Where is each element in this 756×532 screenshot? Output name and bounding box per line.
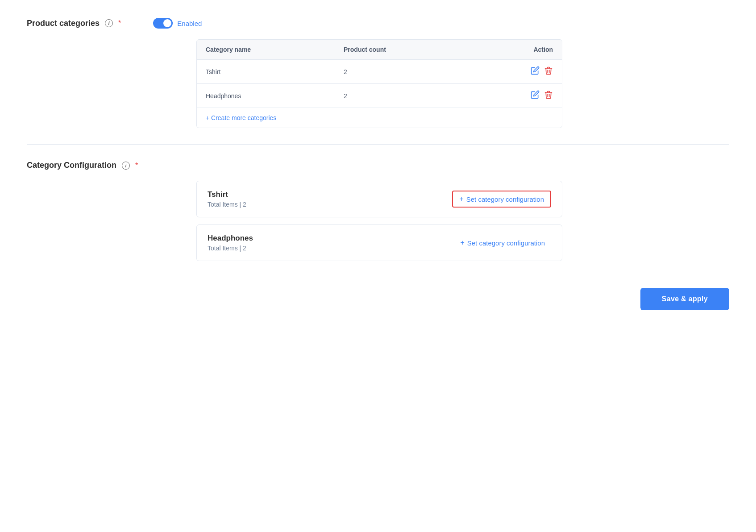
col-header-name: Category name	[206, 46, 344, 53]
config-card-headphones: Headphones Total Items | 2 + Set categor…	[196, 224, 562, 261]
edit-headphones-icon[interactable]	[531, 90, 540, 101]
product-categories-info-icon[interactable]: i	[105, 19, 113, 27]
plus-icon-headphones: +	[460, 239, 464, 247]
category-config-info-icon[interactable]: i	[122, 162, 130, 170]
config-card-tshirt-meta: Total Items | 2	[208, 201, 246, 208]
table-row: Tshirt 2	[197, 60, 562, 84]
create-more-link[interactable]: + Create more categories	[197, 108, 562, 128]
category-configuration-title: Category Configuration	[27, 161, 116, 170]
plus-icon-tshirt: +	[459, 195, 463, 203]
set-config-headphones-button[interactable]: + Set category configuration	[454, 235, 551, 250]
product-count-headphones: 2	[344, 92, 482, 100]
categories-table: Category name Product count Action Tshir…	[196, 39, 562, 128]
config-card-headphones-name: Headphones	[208, 234, 253, 243]
categories-table-area: Category name Product count Action Tshir…	[196, 39, 729, 128]
set-config-tshirt-label: Set category configuration	[466, 195, 544, 203]
action-cell-tshirt	[482, 66, 553, 77]
section-divider	[27, 144, 729, 145]
config-card-tshirt: Tshirt Total Items | 2 + Set category co…	[196, 181, 562, 217]
col-header-action: Action	[482, 46, 553, 53]
required-star-1: *	[118, 19, 121, 27]
table-header-row: Category name Product count Action	[197, 40, 562, 60]
toggle-knob	[163, 19, 171, 27]
delete-headphones-icon[interactable]	[544, 90, 553, 101]
product-categories-section: Product categories i * Enabled Category …	[27, 18, 729, 128]
edit-tshirt-icon[interactable]	[531, 66, 540, 77]
config-card-headphones-meta: Total Items | 2	[208, 245, 253, 252]
product-categories-header: Product categories i * Enabled	[27, 18, 729, 29]
category-name-tshirt: Tshirt	[206, 68, 344, 75]
delete-tshirt-icon[interactable]	[544, 66, 553, 77]
toggle-label: Enabled	[177, 20, 202, 27]
action-cell-headphones	[482, 90, 553, 101]
product-count-tshirt: 2	[344, 68, 482, 75]
save-apply-button[interactable]: Save & apply	[640, 288, 729, 310]
footer-actions: Save & apply	[27, 288, 729, 310]
toggle-container: Enabled	[153, 18, 202, 29]
config-card-tshirt-name: Tshirt	[208, 190, 246, 199]
category-name-headphones: Headphones	[206, 92, 344, 100]
set-config-tshirt-button[interactable]: + Set category configuration	[452, 191, 551, 208]
toggle-track[interactable]	[153, 18, 173, 29]
col-header-count: Product count	[344, 46, 482, 53]
category-configuration-header: Category Configuration i *	[27, 161, 729, 170]
set-config-headphones-label: Set category configuration	[467, 239, 545, 247]
config-cards-area: Tshirt Total Items | 2 + Set category co…	[196, 181, 562, 261]
config-card-headphones-info: Headphones Total Items | 2	[208, 234, 253, 252]
category-configuration-section: Category Configuration i * Tshirt Total …	[27, 161, 729, 261]
required-star-2: *	[135, 162, 138, 170]
product-categories-title: Product categories	[27, 19, 100, 28]
enabled-toggle[interactable]	[153, 18, 173, 29]
config-card-tshirt-info: Tshirt Total Items | 2	[208, 190, 246, 208]
table-row: Headphones 2	[197, 84, 562, 108]
